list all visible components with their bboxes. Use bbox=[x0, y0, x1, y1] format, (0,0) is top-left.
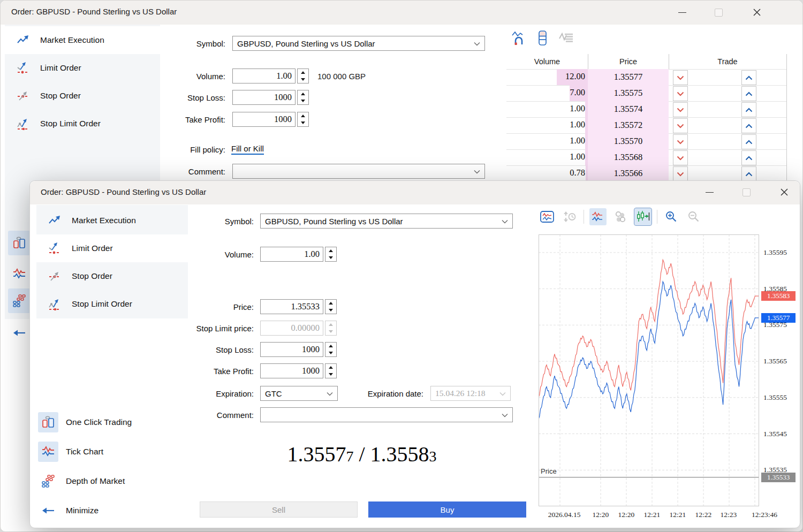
fill-policy-link[interactable]: Fill or Kill bbox=[231, 144, 264, 155]
depth-of-market-icon bbox=[41, 474, 55, 488]
dom-sell-button[interactable] bbox=[673, 134, 688, 149]
buy-button[interactable]: Buy bbox=[368, 501, 526, 518]
stop-loss-stepper[interactable] bbox=[325, 342, 337, 357]
chart-tool-candles-shift-button[interactable] bbox=[634, 208, 652, 225]
stop-limit-price-stepper bbox=[325, 321, 337, 336]
dom-volume-value: 1.00 bbox=[570, 151, 585, 162]
dom-sell-button[interactable] bbox=[673, 86, 688, 101]
dom-volume-value: 7.00 bbox=[570, 87, 585, 98]
chart-tool-zoom-in-button[interactable] bbox=[663, 208, 680, 225]
symbol-select[interactable]: GBPUSD, Pound Sterling vs US Dollar bbox=[260, 214, 513, 229]
candles-shift-icon bbox=[636, 210, 650, 223]
tool-item-tick-chart[interactable]: Tick Chart bbox=[38, 440, 103, 463]
stop-loss-stepper[interactable] bbox=[297, 90, 309, 105]
dom-price-value: 1.35577 bbox=[588, 69, 669, 85]
minimize-button[interactable] bbox=[674, 4, 690, 20]
close-button[interactable] bbox=[776, 184, 792, 200]
close-button[interactable] bbox=[749, 4, 765, 20]
time-sales-icon bbox=[558, 30, 574, 46]
tool-item-depth-of-market[interactable] bbox=[8, 288, 31, 313]
one-click-trading-icon bbox=[41, 415, 55, 429]
dom-row: 12.001.35577 bbox=[506, 69, 786, 85]
dom-tool-magnet-button[interactable] bbox=[510, 29, 527, 47]
stop-loss-input[interactable] bbox=[233, 90, 295, 104]
take-profit-stepper[interactable] bbox=[325, 363, 337, 378]
dom-tool-time-sales-button[interactable] bbox=[557, 29, 574, 47]
volume-stepper[interactable] bbox=[325, 247, 337, 262]
time-axis-label: 12:20 bbox=[618, 511, 635, 519]
stop-loss-input[interactable] bbox=[261, 343, 323, 356]
volume-input[interactable] bbox=[261, 247, 323, 261]
stop-limit-order-icon bbox=[17, 117, 30, 130]
dom-buy-button[interactable] bbox=[741, 134, 756, 149]
maximize-button[interactable] bbox=[710, 4, 726, 20]
dom-buy-button[interactable] bbox=[741, 70, 756, 85]
price-line-label: Price bbox=[541, 467, 557, 475]
circles-icon bbox=[614, 211, 627, 223]
tool-item-depth-of-market[interactable]: Depth of Market bbox=[38, 469, 125, 493]
volume-input[interactable] bbox=[233, 69, 295, 83]
chart-tool-circles-button[interactable] bbox=[612, 208, 629, 225]
stop-loss-field[interactable] bbox=[260, 342, 323, 357]
take-profit-field[interactable] bbox=[232, 112, 296, 127]
dom-book-icon bbox=[534, 30, 550, 46]
price-label: Price: bbox=[147, 302, 254, 311]
stop-limit-price-label: Stop Limit price: bbox=[147, 324, 254, 333]
expiration-select[interactable]: GTC bbox=[260, 386, 338, 401]
dom-sell-button[interactable] bbox=[673, 102, 688, 117]
stop-order-icon bbox=[17, 89, 30, 102]
tool-item-one-click-trading[interactable] bbox=[8, 231, 31, 255]
dom-sell-button[interactable] bbox=[673, 70, 688, 85]
tool-item-minimize[interactable] bbox=[8, 321, 31, 345]
dom-sell-button[interactable] bbox=[673, 118, 688, 133]
take-profit-input[interactable] bbox=[233, 112, 295, 126]
comment-field[interactable] bbox=[260, 407, 513, 422]
take-profit-stepper[interactable] bbox=[297, 112, 309, 127]
price-input[interactable] bbox=[261, 300, 323, 314]
tool-item-one-click-trading[interactable]: One Click Trading bbox=[38, 411, 132, 434]
comment-field[interactable] bbox=[232, 164, 485, 179]
tick-chart-plot[interactable] bbox=[539, 234, 759, 506]
take-profit-field[interactable] bbox=[260, 363, 323, 378]
tick-chart[interactable]: 1.355351.355451.355551.355651.355751.355… bbox=[539, 234, 801, 526]
maximize-button[interactable] bbox=[738, 184, 754, 200]
dom-volume-value: 12.00 bbox=[565, 71, 585, 82]
chart-tool-tick-chart-window-button[interactable] bbox=[539, 208, 556, 225]
dom-tool-dom-book-button[interactable] bbox=[534, 29, 551, 47]
chevron-up-icon bbox=[745, 156, 753, 161]
tool-item-minimize[interactable]: Minimize bbox=[38, 499, 99, 522]
symbol-select[interactable]: GBPUSD, Pound Sterling vs US Dollar bbox=[232, 36, 485, 51]
dom-buy-button[interactable] bbox=[741, 118, 756, 133]
dom-price-value: 1.35568 bbox=[588, 149, 669, 165]
sidebar-item-stop-order[interactable]: Stop Order bbox=[36, 262, 188, 290]
volume-field[interactable] bbox=[260, 247, 323, 262]
chevron-up-icon bbox=[745, 108, 753, 112]
dom-sell-button[interactable] bbox=[673, 150, 688, 165]
stop-order-icon bbox=[49, 270, 62, 283]
minimize-button[interactable] bbox=[701, 184, 717, 200]
chart-tool-tick-lines-button[interactable] bbox=[589, 208, 607, 225]
price-stepper[interactable] bbox=[325, 299, 337, 314]
take-profit-label: Take Profit: bbox=[147, 367, 254, 376]
dom-buy-button[interactable] bbox=[741, 86, 756, 101]
dom-sell-button[interactable] bbox=[673, 166, 688, 181]
tool-item-tick-chart[interactable] bbox=[8, 262, 31, 286]
sidebar-item-label: Stop Limit Order bbox=[40, 119, 101, 128]
price-field[interactable] bbox=[260, 299, 323, 314]
sell-button[interactable]: Sell bbox=[200, 501, 358, 518]
chevron-down-icon bbox=[677, 108, 684, 112]
chevron-down-icon bbox=[502, 410, 508, 420]
dom-buy-button[interactable] bbox=[741, 102, 756, 117]
dom-buy-button[interactable] bbox=[741, 166, 756, 181]
dom-volume-value: 1.00 bbox=[570, 119, 585, 130]
volume-field[interactable] bbox=[232, 69, 296, 83]
stop-loss-field[interactable] bbox=[232, 90, 296, 105]
volume-stepper[interactable] bbox=[297, 69, 309, 83]
chart-tool-auto-arrange-button[interactable] bbox=[561, 208, 578, 225]
take-profit-input[interactable] bbox=[261, 364, 323, 378]
dom-buy-button[interactable] bbox=[741, 150, 756, 165]
chart-tool-zoom-out-button[interactable] bbox=[685, 208, 702, 225]
time-axis-label: 2026.04.15 bbox=[548, 511, 581, 519]
dom-header-trade: Trade bbox=[669, 57, 786, 66]
minimize-icon bbox=[678, 12, 686, 13]
